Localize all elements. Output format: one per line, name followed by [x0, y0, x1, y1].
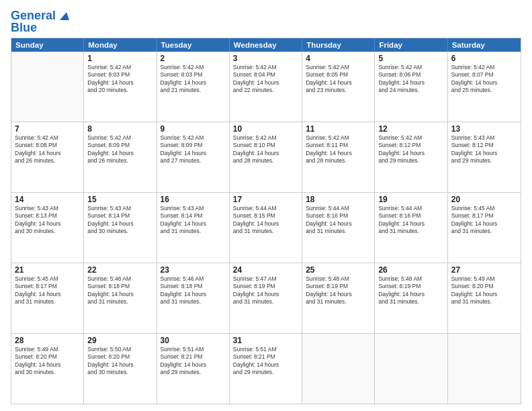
- cell-info-line: and 31 minutes.: [87, 298, 152, 306]
- cell-info-line: Sunrise: 5:45 AM: [451, 205, 517, 212]
- cell-info-line: and 28 minutes.: [306, 157, 371, 165]
- cell-info-line: Sunset: 8:17 PM: [15, 283, 80, 290]
- cell-info-line: and 31 minutes.: [161, 228, 226, 235]
- calendar-cell: 26Sunrise: 5:48 AMSunset: 8:19 PMDayligh…: [375, 263, 447, 333]
- header-day-monday: Monday: [84, 38, 157, 52]
- cell-info-line: Sunrise: 5:44 AM: [378, 205, 443, 212]
- cell-info-line: Daylight: 14 hours: [306, 220, 371, 228]
- cell-info-line: and 31 minutes.: [233, 228, 298, 235]
- day-number: 25: [306, 265, 371, 275]
- day-number: 10: [233, 124, 298, 134]
- day-number: 9: [161, 124, 226, 134]
- cell-info-line: Sunset: 8:10 PM: [233, 142, 298, 149]
- cell-info-line: Daylight: 14 hours: [306, 291, 371, 298]
- calendar-cell: 17Sunrise: 5:44 AMSunset: 8:15 PMDayligh…: [230, 193, 302, 263]
- cell-info-line: and 28 minutes.: [233, 157, 298, 165]
- calendar-cell: 3Sunrise: 5:42 AMSunset: 8:04 PMDaylight…: [230, 52, 302, 122]
- day-number: 6: [451, 54, 517, 63]
- cell-info-line: Daylight: 14 hours: [451, 150, 517, 157]
- calendar-cell: 16Sunrise: 5:43 AMSunset: 8:14 PMDayligh…: [157, 193, 230, 263]
- cell-info-line: Sunrise: 5:47 AM: [233, 275, 298, 283]
- cell-info-line: Sunrise: 5:50 AM: [87, 346, 152, 353]
- calendar-row-3: 21Sunrise: 5:45 AMSunset: 8:17 PMDayligh…: [11, 263, 521, 334]
- calendar-cell: 14Sunrise: 5:43 AMSunset: 8:13 PMDayligh…: [11, 193, 84, 263]
- cell-info-line: and 31 minutes.: [306, 228, 371, 235]
- header: General Blue: [11, 8, 521, 35]
- calendar-cell: [375, 334, 447, 404]
- cell-info-line: Sunset: 8:03 PM: [87, 71, 152, 79]
- day-number: 28: [15, 336, 80, 345]
- header-day-friday: Friday: [375, 38, 447, 52]
- calendar-cell: [11, 52, 84, 122]
- calendar-cell: 6Sunrise: 5:42 AMSunset: 8:07 PMDaylight…: [448, 52, 521, 122]
- calendar-cell: 5Sunrise: 5:42 AMSunset: 8:06 PMDaylight…: [375, 52, 447, 122]
- cell-info-line: Sunrise: 5:42 AM: [306, 64, 371, 71]
- calendar-cell: 24Sunrise: 5:47 AMSunset: 8:19 PMDayligh…: [230, 263, 302, 333]
- cell-info-line: and 31 minutes.: [161, 298, 226, 306]
- cell-info-line: and 31 minutes.: [378, 298, 443, 306]
- cell-info-line: Daylight: 14 hours: [378, 220, 443, 228]
- day-number: 7: [15, 124, 80, 134]
- calendar-cell: 31Sunrise: 5:51 AMSunset: 8:21 PMDayligh…: [230, 334, 302, 404]
- day-number: 8: [87, 124, 152, 134]
- calendar-row-4: 28Sunrise: 5:49 AMSunset: 8:20 PMDayligh…: [11, 334, 521, 404]
- calendar-cell: 1Sunrise: 5:42 AMSunset: 8:03 PMDaylight…: [84, 52, 157, 122]
- calendar-cell: [448, 334, 521, 404]
- cell-info-line: and 31 minutes.: [451, 228, 517, 235]
- cell-info-line: and 20 minutes.: [87, 87, 152, 94]
- cell-info-line: Sunset: 8:05 PM: [306, 71, 371, 79]
- calendar-cell: 27Sunrise: 5:49 AMSunset: 8:20 PMDayligh…: [448, 263, 521, 333]
- day-number: 22: [87, 265, 152, 275]
- cell-info-line: and 22 minutes.: [233, 87, 298, 94]
- cell-info-line: Sunset: 8:17 PM: [451, 212, 517, 220]
- cell-info-line: and 30 minutes.: [15, 369, 80, 376]
- day-number: 4: [306, 54, 371, 63]
- calendar-cell: 12Sunrise: 5:42 AMSunset: 8:12 PMDayligh…: [375, 122, 447, 192]
- cell-info-line: Sunrise: 5:48 AM: [378, 275, 443, 283]
- cell-info-line: and 30 minutes.: [87, 369, 152, 376]
- header-day-thursday: Thursday: [302, 38, 375, 52]
- cell-info-line: Daylight: 14 hours: [87, 79, 152, 87]
- header-day-tuesday: Tuesday: [157, 38, 230, 52]
- cell-info-line: Sunrise: 5:51 AM: [233, 346, 298, 353]
- logo-text2: Blue: [11, 21, 37, 35]
- cell-info-line: Daylight: 14 hours: [15, 361, 80, 369]
- calendar-header: SundayMondayTuesdayWednesdayThursdayFrid…: [11, 38, 521, 52]
- calendar-cell: 15Sunrise: 5:43 AMSunset: 8:14 PMDayligh…: [84, 193, 157, 263]
- cell-info-line: Sunset: 8:11 PM: [306, 142, 371, 149]
- day-number: 26: [378, 265, 443, 275]
- cell-info-line: Sunset: 8:12 PM: [378, 142, 443, 149]
- calendar: SundayMondayTuesdayWednesdayThursdayFrid…: [11, 38, 521, 404]
- day-number: 15: [87, 195, 152, 204]
- cell-info-line: Daylight: 14 hours: [378, 291, 443, 298]
- cell-info-line: and 26 minutes.: [87, 157, 152, 165]
- calendar-cell: 4Sunrise: 5:42 AMSunset: 8:05 PMDaylight…: [302, 52, 375, 122]
- cell-info-line: Sunset: 8:04 PM: [233, 71, 298, 79]
- cell-info-line: Sunset: 8:09 PM: [87, 142, 152, 149]
- cell-info-line: Sunrise: 5:42 AM: [233, 64, 298, 71]
- calendar-body: 1Sunrise: 5:42 AMSunset: 8:03 PMDaylight…: [11, 52, 521, 404]
- day-number: 13: [451, 124, 517, 134]
- cell-info-line: Daylight: 14 hours: [87, 291, 152, 298]
- calendar-cell: 22Sunrise: 5:46 AMSunset: 8:18 PMDayligh…: [84, 263, 157, 333]
- day-number: 31: [233, 336, 298, 345]
- cell-info-line: Daylight: 14 hours: [87, 361, 152, 369]
- cell-info-line: Daylight: 14 hours: [233, 150, 298, 157]
- cell-info-line: and 21 minutes.: [161, 87, 226, 94]
- cell-info-line: Sunrise: 5:43 AM: [451, 134, 517, 142]
- day-number: 12: [378, 124, 443, 134]
- cell-info-line: Sunset: 8:21 PM: [161, 353, 226, 361]
- cell-info-line: Sunset: 8:14 PM: [87, 212, 152, 220]
- cell-info-line: Sunrise: 5:43 AM: [15, 205, 80, 212]
- cell-info-line: and 29 minutes.: [233, 369, 298, 376]
- svg-marker-0: [60, 12, 69, 20]
- calendar-cell: 13Sunrise: 5:43 AMSunset: 8:12 PMDayligh…: [448, 122, 521, 192]
- cell-info-line: Daylight: 14 hours: [306, 150, 371, 157]
- cell-info-line: Sunset: 8:08 PM: [15, 142, 80, 149]
- day-number: 2: [161, 54, 226, 63]
- cell-info-line: Sunrise: 5:51 AM: [161, 346, 226, 353]
- calendar-row-0: 1Sunrise: 5:42 AMSunset: 8:03 PMDaylight…: [11, 52, 521, 122]
- cell-info-line: Sunset: 8:20 PM: [15, 353, 80, 361]
- calendar-cell: 18Sunrise: 5:44 AMSunset: 8:16 PMDayligh…: [302, 193, 375, 263]
- calendar-cell: 7Sunrise: 5:42 AMSunset: 8:08 PMDaylight…: [11, 122, 84, 192]
